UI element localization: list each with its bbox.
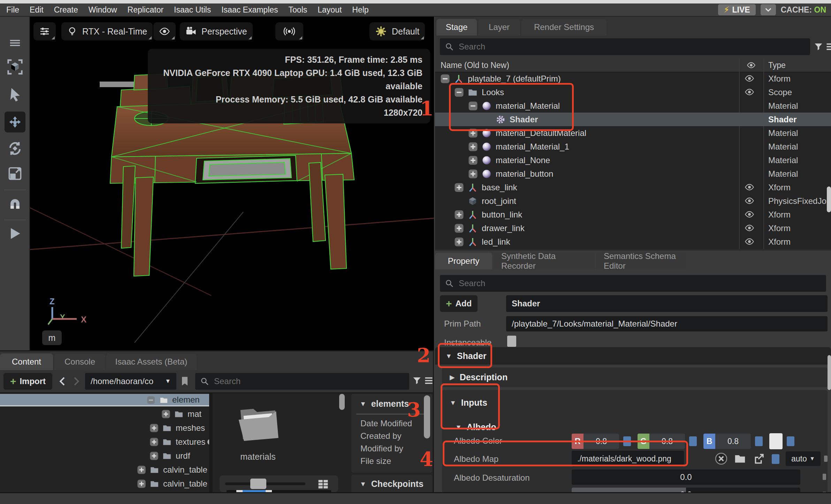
channel-link-toggle[interactable] — [689, 436, 697, 446]
bookmark-icon[interactable] — [179, 374, 190, 388]
colorspace-dropdown[interactable]: auto▼ — [786, 451, 821, 466]
expand-icon[interactable] — [468, 128, 478, 138]
collapse-icon[interactable] — [454, 87, 464, 98]
open-external-icon[interactable] — [753, 453, 765, 465]
stage-row-looks[interactable]: LooksScope — [435, 85, 831, 99]
property-search-input[interactable] — [458, 278, 798, 289]
options-menu-icon[interactable] — [424, 376, 434, 385]
renderer-button[interactable]: RTX - Real-Time — [61, 22, 153, 40]
menu-layout[interactable]: Layout — [318, 5, 342, 15]
stage-search-input[interactable] — [458, 41, 784, 52]
stage-row-material-material[interactable]: material_MaterialMaterial — [435, 99, 831, 113]
expand-icon[interactable] — [149, 423, 159, 433]
stage-row-root-joint[interactable]: root_jointPhysicsFixedJoin — [435, 194, 831, 208]
menu-isaac-utils[interactable]: Isaac Utils — [174, 5, 211, 15]
visibility-toggle[interactable] — [745, 74, 758, 83]
tab-isaac-assets-beta[interactable]: Isaac Assets (Beta) — [106, 353, 197, 370]
zoom-slider-handle[interactable] — [250, 479, 266, 489]
prim-path-field[interactable]: /playtable_7/Looks/material_Material/Sha… — [506, 316, 828, 331]
description-section[interactable]: ▶ Description — [442, 367, 828, 387]
color-link-toggle[interactable] — [787, 436, 794, 446]
tree-item-calvin-table[interactable]: calvin_table — [137, 478, 207, 490]
move-tool-icon[interactable] — [7, 114, 23, 130]
tab-render-settings[interactable]: Render Settings — [521, 19, 607, 36]
channel-b-value[interactable]: 0.8 — [715, 434, 751, 449]
back-icon[interactable] — [57, 376, 68, 387]
path-field[interactable]: /home/haoran/co▼ — [85, 373, 176, 390]
collapse-icon[interactable] — [468, 101, 478, 111]
drag-handle-icon[interactable] — [7, 37, 23, 49]
tree-item-meshes[interactable]: meshes — [149, 422, 205, 434]
tab-semantics-schema-editor[interactable]: Semantics Schema Editor — [596, 253, 686, 269]
visibility-toggle[interactable] — [745, 237, 758, 246]
snap-magnet-icon[interactable] — [7, 196, 23, 211]
stage-search[interactable] — [440, 38, 810, 55]
filter-icon[interactable] — [412, 376, 422, 385]
stage-row-button-link[interactable]: button_linkXform — [435, 208, 831, 221]
visibility-toggle[interactable] — [745, 182, 758, 192]
checkpoints-header[interactable]: ▼ Checkpoints — [351, 475, 432, 489]
expand-icon[interactable] — [454, 237, 464, 247]
menu-file[interactable]: File — [6, 5, 19, 15]
map-link-toggle[interactable] — [772, 454, 779, 464]
menu-tools[interactable]: Tools — [289, 5, 307, 15]
stage-row-playtable-7-defaultprim[interactable]: playtable_7 (defaultPrim)Xform — [435, 72, 831, 85]
filter-icon[interactable] — [814, 42, 823, 52]
expand-icon[interactable] — [149, 451, 159, 461]
visibility-button[interactable] — [153, 22, 176, 40]
expand-icon[interactable] — [468, 155, 478, 166]
rotate-tool-icon[interactable] — [7, 141, 23, 156]
tab-console[interactable]: Console — [54, 353, 105, 370]
browse-folder-icon[interactable] — [734, 453, 746, 465]
visibility-toggle[interactable] — [745, 209, 758, 219]
camera-button[interactable]: Perspective — [180, 22, 253, 40]
visibility-column-icon[interactable] — [747, 61, 756, 70]
stage-row-material-material-1[interactable]: material_Material_1Material — [435, 140, 831, 153]
menu-window[interactable]: Window — [89, 5, 117, 15]
expand-icon[interactable] — [454, 209, 464, 220]
visibility-toggle[interactable] — [745, 223, 758, 233]
expand-icon[interactable] — [149, 437, 159, 447]
menu-edit[interactable]: Edit — [30, 5, 44, 15]
shader-section-bar[interactable]: ▼ Shader — [435, 347, 831, 365]
menu-create[interactable]: Create — [54, 5, 78, 15]
folder-large-icon[interactable] — [233, 402, 285, 445]
elements-header[interactable]: ▼ elements — [351, 394, 432, 409]
albedo-map-field[interactable]: ./materials/dark_wood.png — [572, 451, 684, 467]
stage-row-material-button[interactable]: material_buttonMaterial — [435, 167, 831, 181]
add-button[interactable]: + Add — [440, 295, 478, 312]
stage-row-base-link[interactable]: base_linkXform — [435, 181, 831, 194]
type-column-header[interactable]: Type — [768, 61, 786, 70]
tree-item-calvin-table[interactable]: calvin_table — [137, 464, 207, 476]
select-tool-icon[interactable] — [7, 86, 23, 102]
clear-map-icon[interactable] — [715, 452, 728, 465]
prim-name-field[interactable]: Shader — [506, 295, 828, 312]
tree-item-urdf[interactable]: urdf — [149, 450, 190, 462]
grid-item-label[interactable]: materials — [213, 452, 303, 462]
tab-property[interactable]: Property — [435, 253, 492, 269]
viewport-settings-button[interactable] — [33, 22, 56, 40]
name-column-header[interactable]: Name (Old to New) — [441, 61, 509, 70]
play-icon[interactable] — [7, 226, 23, 241]
content-search[interactable] — [195, 373, 409, 390]
instanceable-checkbox[interactable] — [507, 336, 516, 347]
collapse-icon[interactable] — [440, 74, 450, 84]
expand-icon[interactable] — [137, 465, 146, 475]
content-search-input[interactable] — [213, 376, 398, 387]
tab-synthetic-data-recorder[interactable]: Synthetic Data Recorder — [494, 253, 595, 269]
tab-stage[interactable]: Stage — [436, 19, 477, 36]
options-menu-icon[interactable] — [825, 42, 831, 52]
channel-r-value[interactable]: 0.8 — [584, 434, 619, 449]
menu-help[interactable]: Help — [352, 5, 368, 15]
grid-view-icon[interactable] — [317, 478, 329, 490]
expand-icon[interactable] — [468, 142, 478, 152]
tab-content[interactable]: Content — [0, 353, 53, 370]
property-scrollbar-thumb[interactable] — [828, 355, 831, 390]
stage-scrollbar-thumb[interactable] — [827, 186, 831, 212]
tree-item-mat[interactable]: mat — [161, 408, 201, 420]
property-search[interactable] — [440, 275, 826, 292]
units-button[interactable]: m — [42, 330, 62, 345]
grid-scrollbar-thumb[interactable] — [339, 394, 345, 410]
stage-row-led-link[interactable]: led_linkXform — [435, 235, 831, 249]
menu-replicator[interactable]: Replicator — [128, 5, 164, 15]
